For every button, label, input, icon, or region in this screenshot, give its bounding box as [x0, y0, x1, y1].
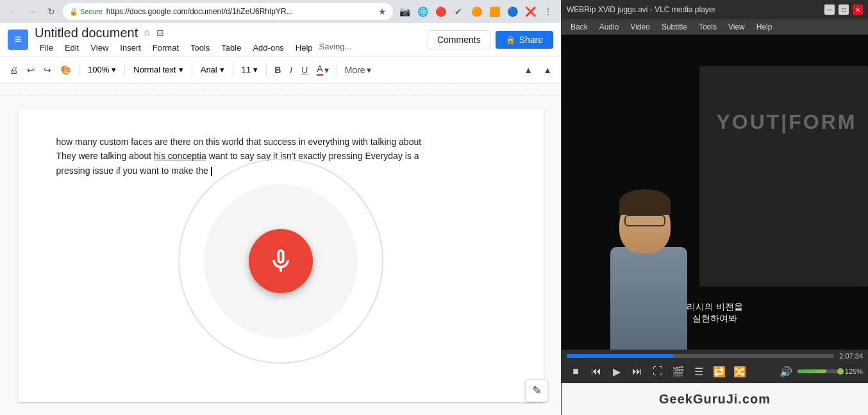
vlc-menu-video[interactable]: Video	[625, 21, 655, 33]
menu-addons[interactable]: Add-ons	[247, 42, 288, 54]
ext-icon-4[interactable]: 🟠	[469, 4, 484, 19]
vlc-progress-bar[interactable]	[567, 354, 834, 358]
ext-icon-1[interactable]: 🌐	[415, 4, 430, 19]
voice-outer-ring	[178, 158, 383, 364]
saving-status: Saving...	[319, 42, 352, 54]
menu-view[interactable]: View	[85, 42, 113, 54]
highlight-button[interactable]: ▲	[520, 62, 537, 78]
toolbar-sep-6	[337, 64, 337, 76]
vlc-loop-button[interactable]: 🔁	[710, 362, 728, 380]
vlc-close-button[interactable]: ✕	[853, 4, 863, 15]
text-color-button[interactable]: A ▾	[313, 61, 332, 78]
underline-button[interactable]: U	[297, 62, 312, 78]
menu-insert[interactable]: Insert	[115, 42, 146, 54]
secure-badge: 🔒 Secure	[69, 8, 103, 16]
voice-input-overlay	[178, 158, 383, 364]
bookmark-star-icon[interactable]: ★	[378, 6, 387, 17]
print-button[interactable]: 🖨	[5, 62, 22, 78]
vlc-playlist-button[interactable]: ☰	[690, 362, 708, 380]
ext-icon-2[interactable]: 🔴	[433, 4, 448, 19]
zoom-selector[interactable]: 100% ▾	[83, 62, 121, 77]
vlc-random-button[interactable]: 🔀	[731, 362, 749, 380]
undo-button[interactable]: ↩	[23, 62, 38, 78]
person-head	[619, 196, 671, 253]
redo-icon: ↪	[44, 65, 51, 75]
collapse-icon: ▲	[543, 65, 552, 75]
docs-header: ≡ Untitled document ☆ ⊟ File Edit View I…	[0, 23, 561, 56]
more-dropdown-icon: ▾	[367, 65, 371, 75]
comments-button[interactable]: Comments	[428, 30, 490, 49]
vlc-extended-button[interactable]: 🎬	[669, 362, 687, 380]
chrome-toolbar-icons: 📷 🌐 🔴 ✔ 🟠 🟧 🔵 ❌ ⋮	[397, 4, 556, 19]
vlc-fullscreen-button[interactable]: ⛶	[649, 362, 667, 380]
menu-tools[interactable]: Tools	[185, 42, 215, 54]
collapse-toolbar-button[interactable]: ▲	[539, 62, 556, 78]
vlc-progress-area: 2:07:34	[567, 352, 863, 360]
more-button[interactable]: More ▾	[341, 62, 375, 78]
menu-format[interactable]: Format	[147, 42, 184, 54]
undo-icon: ↩	[27, 65, 35, 75]
vlc-window: WEBRip XViD juggs.avi - VLC media player…	[561, 0, 868, 415]
menu-edit[interactable]: Edit	[60, 42, 84, 54]
vlc-volume-icon[interactable]: 🔊	[777, 362, 795, 380]
star-icon[interactable]: ☆	[143, 28, 151, 38]
ext-icon-5[interactable]: 🟧	[487, 4, 502, 19]
vlc-minimize-button[interactable]: ─	[824, 4, 835, 15]
chrome-menu-button[interactable]: ⋮	[540, 4, 556, 19]
vlc-menu-audio[interactable]: Audio	[594, 21, 624, 33]
vlc-menu-tools[interactable]: Tools	[694, 21, 722, 33]
refresh-button[interactable]: ↻	[44, 4, 59, 19]
docs-menu-bar: File Edit View Insert Format Tools Table…	[35, 42, 421, 54]
person-body	[610, 247, 687, 350]
vlc-menu-subtitle[interactable]: Subtitle	[656, 21, 692, 33]
vlc-title-bar: WEBRip XViD juggs.avi - VLC media player…	[562, 0, 868, 19]
url-text: https://docs.google.com/document/d/1hZeU…	[106, 7, 374, 16]
vlc-menu-view[interactable]: View	[723, 21, 750, 33]
italic-button[interactable]: I	[286, 62, 296, 78]
address-bar[interactable]: 🔒 Secure https://docs.google.com/documen…	[63, 3, 393, 20]
ext-icon-7[interactable]: ❌	[522, 4, 538, 19]
toolbar-sep-5	[266, 64, 267, 76]
paint-format-button[interactable]: 🎨	[56, 62, 75, 78]
folder-icon[interactable]: ⊟	[156, 28, 164, 38]
document-title[interactable]: Untitled document	[35, 26, 138, 40]
ext-icon-3[interactable]: ✔	[451, 4, 466, 19]
vlc-menu-bar: Back Audio Video Subtitle Tools View Hel…	[562, 19, 868, 35]
print-icon: 🖨	[9, 65, 18, 75]
menu-table[interactable]: Table	[216, 42, 246, 54]
redo-button[interactable]: ↪	[40, 62, 55, 78]
vlc-menu-help[interactable]: Help	[751, 21, 778, 33]
share-button[interactable]: 🔒 Share	[496, 31, 553, 49]
vlc-video-area[interactable]: YOUT|FORM 리시의 비전을 실현하여봐	[562, 35, 868, 350]
menu-help[interactable]: Help	[290, 42, 318, 54]
docs-hamburger-button[interactable]: ≡	[8, 30, 28, 50]
vlc-time-display: 2:07:34	[839, 352, 863, 360]
docs-header-actions: Comments 🔒 Share	[428, 30, 553, 49]
vlc-menu-back[interactable]: Back	[565, 21, 593, 33]
highlight-icon: ▲	[524, 65, 533, 75]
bold-button[interactable]: B	[271, 62, 285, 78]
font-selector[interactable]: Arial ▾	[196, 62, 229, 77]
docs-content-area[interactable]: how many custom faces are there on this …	[0, 96, 561, 415]
style-dropdown-icon: ▾	[179, 65, 183, 74]
explore-float-button[interactable]: ✎	[525, 379, 548, 402]
forward-button[interactable]: →	[24, 4, 40, 19]
vlc-stop-button[interactable]: ■	[567, 362, 585, 380]
voice-microphone-button[interactable]	[249, 229, 313, 293]
vlc-next-button[interactable]: ⏭	[628, 362, 646, 380]
style-selector[interactable]: Normal text ▾	[129, 62, 187, 77]
text-paragraph-1: how many custom faces are there on this …	[56, 135, 505, 149]
vlc-prev-button[interactable]: ⏮	[587, 362, 605, 380]
size-dropdown-icon: ▾	[253, 65, 258, 74]
vlc-subtitle-text: 리시의 비전을 실현하여봐	[687, 301, 743, 325]
cast-icon[interactable]: 📷	[397, 4, 412, 19]
website-text: GeekGuruJi.com	[659, 392, 771, 407]
back-button[interactable]: ←	[5, 4, 21, 19]
vlc-maximize-button[interactable]: □	[839, 4, 849, 15]
person-hair	[619, 189, 671, 215]
font-size-selector[interactable]: 11 ▾	[237, 62, 262, 77]
ext-icon-6[interactable]: 🔵	[505, 4, 520, 19]
menu-file[interactable]: File	[35, 42, 58, 54]
vlc-play-button[interactable]: ▶	[608, 362, 626, 380]
vlc-volume-bar[interactable]	[797, 369, 842, 373]
